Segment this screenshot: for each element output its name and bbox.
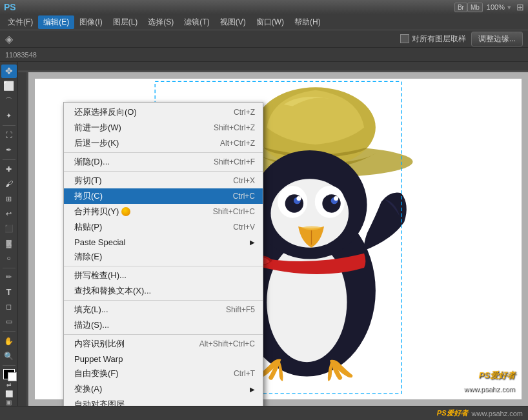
- menu-item-label-find: 查找和替换文本(X)...: [74, 285, 151, 297]
- pen-tool[interactable]: ✏: [1, 270, 17, 284]
- breadcrumb-coords: 11083548: [5, 51, 37, 59]
- svg-point-17: [296, 196, 301, 201]
- ps-logo: PS: [4, 2, 16, 12]
- all-layers-checkbox[interactable]: [400, 34, 409, 43]
- marquee-tool[interactable]: ⬜: [1, 79, 17, 93]
- menu-item-clear[interactable]: 清除(E): [64, 249, 263, 265]
- menu-item-cut[interactable]: 剪切(T)Ctrl+X: [64, 173, 263, 188]
- ps-site-watermark: www.psahz.com: [464, 385, 515, 393]
- tool-separator-3: [3, 268, 15, 268]
- horizontal-ruler: // rendered via inline: [18, 62, 528, 72]
- menu-item-label-undo: 还原选择反向(O): [74, 106, 137, 118]
- menu-view[interactable]: 视图(V): [215, 15, 251, 29]
- menu-item-shortcut-copy: Ctrl+C: [220, 192, 255, 201]
- switch-colors-icon[interactable]: ⇄: [6, 381, 12, 388]
- checkbox-all-layers[interactable]: 对所有图层取样: [400, 34, 466, 45]
- magic-wand-tool[interactable]: ✦: [1, 109, 17, 123]
- menu-item-autolayers[interactable]: 自动对齐图层...: [64, 397, 263, 406]
- canvas-area: PS爱好者www.psahz.com 还原选择反向(O)Ctrl+Z前进一步(W…: [28, 72, 528, 406]
- menu-separator-sep4: [64, 300, 263, 301]
- screen-mode-tool[interactable]: ▣: [6, 399, 12, 406]
- tool-separator-2: [3, 159, 15, 160]
- menu-item-label-fill: 填充(L)...: [74, 304, 108, 315]
- menu-item-label-redo: 前进一步(W): [74, 122, 121, 134]
- menu-item-shortcut-undo: Ctrl+Z: [221, 108, 255, 117]
- menu-item-puppetwarp[interactable]: Puppet Warp: [64, 352, 263, 366]
- menu-file[interactable]: 文件(F): [3, 15, 38, 29]
- layout-icon[interactable]: ⊞: [516, 2, 524, 12]
- foreground-color[interactable]: [3, 369, 15, 379]
- left-toolbar: ✥ ⬜ ⌒ ✦ ⛶ ✒ ✚ 🖌 ⊞ ↩ ⬛ ▓ ○ ✏ T ◻ ▭ ✋ 🔍 ⇄ …: [0, 62, 18, 406]
- canvas-wrapper: // rendered via inline: [18, 62, 528, 406]
- shape-tool[interactable]: ▭: [1, 315, 17, 328]
- ps-branding: PS爱好者 www.psahz.com: [437, 408, 523, 418]
- hand-tool[interactable]: ✋: [1, 334, 17, 348]
- edit-menu-dropdown: 还原选择反向(O)Ctrl+Z前进一步(W)Shift+Ctrl+Z后退一步(K…: [63, 102, 263, 406]
- dodge-tool[interactable]: ○: [1, 252, 17, 265]
- zoom-tool[interactable]: 🔍: [1, 349, 17, 363]
- menu-filter[interactable]: 滤镜(T): [179, 15, 214, 29]
- menu-item-transform[interactable]: 变换(A)▶: [64, 381, 263, 397]
- path-tool[interactable]: ◻: [1, 300, 17, 314]
- menu-item-arrow-pastespecial: ▶: [250, 239, 255, 246]
- tool-separator-5: [3, 365, 15, 366]
- menu-item-label-contentaware: 内容识别比例: [74, 338, 125, 350]
- ps-site-label: www.psahz.com: [472, 410, 523, 417]
- crop-tool[interactable]: ⛶: [1, 128, 17, 142]
- zoom-display: 100%: [487, 3, 505, 11]
- heal-tool[interactable]: ✚: [1, 163, 17, 176]
- menu-item-label-paste: 粘贴(P): [74, 221, 102, 233]
- menu-item-find[interactable]: 查找和替换文本(X)...: [64, 283, 263, 299]
- menu-window[interactable]: 窗口(W): [251, 15, 289, 29]
- menu-item-paste[interactable]: 粘贴(P)Ctrl+V: [64, 219, 263, 235]
- tool-options-icon: ◈: [5, 33, 13, 45]
- bridge-badge[interactable]: Br: [454, 3, 467, 12]
- menu-item-fade[interactable]: 渐隐(D)...Shift+Ctrl+F: [64, 154, 263, 170]
- menu-image[interactable]: 图像(I): [74, 15, 107, 29]
- menu-item-pastespecial[interactable]: Paste Special▶: [64, 235, 263, 249]
- eraser-tool[interactable]: ⬛: [1, 222, 17, 235]
- menu-edit[interactable]: 编辑(E): [38, 15, 74, 29]
- menu-item-undo[interactable]: 还原选择反向(O)Ctrl+Z: [64, 105, 263, 120]
- eyedropper-tool[interactable]: ✒: [1, 143, 17, 157]
- menu-help[interactable]: 帮助(H): [289, 15, 326, 29]
- breadcrumb-bar: 11083548: [0, 48, 528, 62]
- ps-watermark-label: PS爱好者: [437, 408, 468, 418]
- adjust-edge-button[interactable]: 调整边缘...: [471, 32, 523, 46]
- gradient-tool[interactable]: ▓: [1, 237, 17, 250]
- history-tool[interactable]: ↩: [1, 207, 17, 221]
- menu-item-back[interactable]: 后退一步(K)Alt+Ctrl+Z: [64, 135, 263, 151]
- svg-point-18: [334, 196, 338, 201]
- menu-item-stroke[interactable]: 描边(S)...: [64, 317, 263, 333]
- svg-rect-0: [18, 62, 528, 72]
- stamp-tool[interactable]: ⊞: [1, 192, 17, 206]
- options-bar: ◈ 对所有图层取样 调整边缘...: [0, 30, 528, 48]
- menu-item-freetransform[interactable]: 自由变换(F)Ctrl+T: [64, 366, 263, 381]
- menu-separator-sep2: [64, 171, 263, 172]
- menu-item-contentaware[interactable]: 内容识别比例Alt+Shift+Ctrl+C: [64, 336, 263, 352]
- menu-item-label-pastespecial: Paste Special: [74, 237, 126, 247]
- quick-mask-tool[interactable]: ⬜: [5, 390, 13, 397]
- menu-item-spell[interactable]: 拼写检查(H)...: [64, 268, 263, 283]
- menu-item-shortcut-contentaware: Alt+Shift+Ctrl+C: [187, 339, 255, 348]
- menu-item-label-transform: 变换(A): [74, 383, 102, 395]
- menu-select[interactable]: 选择(S): [143, 15, 179, 29]
- menu-item-label-stroke: 描边(S)...: [74, 319, 109, 331]
- menu-item-fill[interactable]: 填充(L)...Shift+F5: [64, 302, 263, 317]
- menu-item-copymerge[interactable]: 合并拷贝(Y)Shift+Ctrl+C: [64, 204, 263, 219]
- tool-separator-4: [3, 331, 15, 332]
- brush-tool[interactable]: 🖌: [1, 177, 17, 191]
- menu-item-shortcut-paste: Ctrl+V: [220, 223, 255, 232]
- menu-item-shortcut-fill: Shift+F5: [213, 305, 255, 314]
- ps-watermark: PS爱好者: [479, 370, 515, 381]
- vertical-ruler: [18, 72, 28, 406]
- menu-item-redo[interactable]: 前进一步(W)Shift+Ctrl+Z: [64, 120, 263, 135]
- lasso-tool[interactable]: ⌒: [1, 94, 17, 108]
- menu-item-copy[interactable]: 拷贝(C)Ctrl+C: [64, 188, 263, 204]
- menu-layer[interactable]: 图层(L): [108, 15, 143, 29]
- type-tool[interactable]: T: [1, 285, 17, 299]
- move-tool[interactable]: ✥: [1, 65, 17, 78]
- menu-item-shortcut-back: Alt+Ctrl+Z: [207, 139, 255, 148]
- minbridge-badge[interactable]: Mb: [467, 3, 483, 12]
- tool-separator-1: [3, 125, 15, 126]
